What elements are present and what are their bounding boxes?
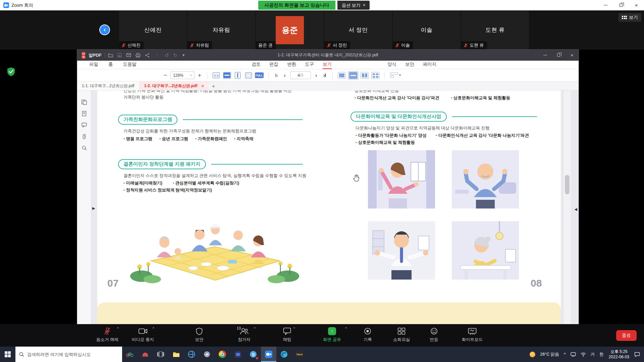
start-button[interactable] (0, 347, 15, 362)
menu-tools[interactable]: 도구 (305, 61, 314, 68)
breakout-rooms-button[interactable]: 소회의실 (386, 327, 417, 343)
undo-icon[interactable]: ↺ (165, 52, 169, 58)
weather-sun-icon[interactable] (527, 352, 538, 357)
thumbnails-panel-icon[interactable] (77, 97, 91, 108)
display-tray-icon[interactable] (568, 352, 578, 357)
media-app-icon[interactable] (199, 347, 215, 362)
record-button[interactable]: 기록 (355, 327, 380, 343)
search-highlight-bicycle-icon[interactable] (122, 347, 138, 362)
action-center-icon[interactable] (632, 352, 644, 357)
open-icon[interactable] (108, 53, 113, 57)
ime-han-indicator[interactable]: 한 (597, 352, 606, 357)
hidden-icons-caret[interactable]: ^ (561, 352, 568, 357)
kakaotalk-icon[interactable]: TALK (292, 347, 307, 362)
collapse-strip-button[interactable]: ‹ (99, 24, 110, 35)
next-page-arrow[interactable]: ◀ (575, 207, 577, 212)
end-meeting-button[interactable]: 종료 (616, 330, 637, 341)
skype-icon[interactable]: S (246, 347, 261, 362)
ime-ga-indicator[interactable]: 가 (588, 352, 597, 357)
antivirus-shield-icon[interactable] (7, 67, 15, 78)
caret-icon[interactable]: ^ (153, 326, 154, 330)
caret-icon[interactable]: ^ (293, 326, 295, 330)
search-panel-icon[interactable] (77, 142, 91, 154)
new-tab-button[interactable]: + (209, 81, 218, 90)
file-explorer-icon[interactable] (168, 347, 184, 362)
menu-review[interactable]: 검토 (252, 61, 261, 68)
single-page-view-button[interactable] (338, 72, 346, 79)
wifi-tray-icon[interactable] (578, 352, 588, 357)
teams-app-icon[interactable] (230, 347, 246, 362)
continuous-view-button[interactable] (348, 71, 359, 80)
split-view-button[interactable]: ▼ (390, 72, 401, 78)
chrome-icon[interactable] (215, 347, 230, 362)
prev-page-arrow[interactable]: ▶ (92, 206, 95, 210)
taskbar-clock[interactable]: 오후 5:25 2022-06-03 (606, 349, 632, 360)
video-tile[interactable]: 용준 용준 권 (256, 10, 324, 50)
close-button[interactable]: × (629, 0, 644, 10)
share-screen-button[interactable]: ↑ 화면 공유 ^ (315, 327, 350, 343)
view-button[interactable]: 보기 (619, 13, 641, 22)
caret-icon[interactable]: ^ (117, 326, 119, 330)
first-page-button[interactable]: ‹ (272, 72, 281, 79)
fit-height-button[interactable] (233, 72, 242, 79)
options-button[interactable]: 옵션 보기 ˅ (337, 1, 370, 10)
whiteboard-button[interactable]: 화이트보드 (455, 327, 490, 343)
menu-file[interactable]: 파일 (89, 61, 98, 68)
document-tab[interactable]: 1-1. 대구북구...2년최신판.pdf (77, 81, 140, 90)
tab-close-icon[interactable]: × (201, 83, 204, 88)
menu-convert[interactable]: 변환 (287, 61, 296, 68)
video-tile[interactable]: 신애진 신애진 (119, 10, 187, 50)
chat-button[interactable]: 채팅 ^ (274, 327, 300, 343)
menu-forms[interactable]: 양식 (387, 61, 396, 68)
security-button[interactable]: 보안 (186, 327, 212, 343)
redo-icon[interactable]: ↻ (173, 52, 178, 58)
share-icon[interactable] (145, 53, 150, 58)
fit-width-button[interactable] (223, 72, 231, 79)
participants-button[interactable]: 13 참가자 ^ (228, 327, 260, 343)
menu-help[interactable]: 도움말 (123, 61, 137, 68)
save-icon[interactable] (117, 53, 122, 57)
next-page-button[interactable]: › (312, 72, 320, 79)
comments-panel-icon[interactable] (77, 119, 91, 131)
pdf-document-area[interactable]: 건강한 가족 문화 확산 및 가족 체험활동, 기념일 등을 통한 가족 프로그… (91, 90, 571, 324)
pdf-restore-button[interactable] (552, 50, 565, 61)
document-scrollbar[interactable] (563, 90, 571, 324)
video-tile[interactable]: 차유림 차유림 (187, 10, 255, 50)
menu-home[interactable]: 홈 (108, 61, 113, 68)
search-input[interactable] (27, 352, 114, 357)
caret-icon[interactable]: ^ (345, 326, 347, 330)
internet-explorer-icon[interactable] (184, 347, 199, 362)
zoom-taskbar-icon[interactable] (261, 347, 276, 362)
fit-page-button[interactable] (244, 72, 253, 79)
caret-icon[interactable]: ^ (254, 326, 256, 330)
zoom-in-button[interactable]: + (196, 72, 203, 79)
weather-text[interactable]: 26°C 맑음 (538, 352, 561, 357)
scrollbar-thumb[interactable] (565, 175, 570, 194)
last-page-button[interactable]: › (320, 72, 328, 79)
mute-button[interactable]: 음소거 해제 ^ (91, 327, 123, 343)
video-tile[interactable]: 서 정민 서 정민 (324, 10, 392, 50)
page-number-input[interactable]: 4/9 (290, 71, 311, 79)
attachments-panel-icon[interactable] (77, 131, 91, 142)
document-tab-active[interactable]: 1-2. 대구북구...2년최신판.pdf × (140, 81, 209, 90)
menu-edit[interactable]: 편집 (269, 61, 278, 68)
quad-page-view-button[interactable] (371, 72, 379, 79)
taskbar-search[interactable] (15, 347, 122, 362)
pdf-minimize-button[interactable] (538, 50, 552, 61)
zoom-out-button[interactable]: − (162, 72, 169, 79)
prev-page-button[interactable]: ‹ (281, 72, 289, 79)
search-highlight-helmet-icon[interactable] (138, 347, 153, 362)
video-tile[interactable]: 도현 류 도현 류 (461, 10, 529, 50)
fullscreen-button[interactable]: FULL (255, 72, 264, 79)
edge-icon[interactable] (276, 347, 292, 362)
task-view-button[interactable] (153, 347, 168, 362)
bookmarks-panel-icon[interactable] (77, 108, 91, 119)
menu-pages[interactable]: 페이지 (423, 61, 437, 68)
restore-button[interactable] (613, 0, 629, 10)
two-page-view-button[interactable] (361, 72, 369, 79)
toolbar-customize-icon[interactable]: ▼ (182, 53, 185, 57)
reactions-button[interactable]: 반응 (421, 327, 447, 343)
email-icon[interactable] (126, 53, 131, 57)
menu-view[interactable]: 보기 (323, 61, 332, 68)
print-icon[interactable] (136, 53, 141, 58)
